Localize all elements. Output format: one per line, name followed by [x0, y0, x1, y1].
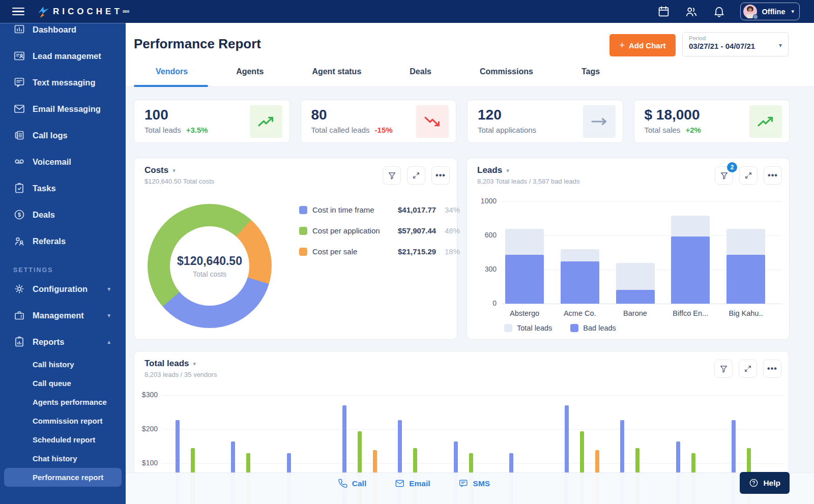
tab-agents[interactable]: Agents	[236, 63, 264, 86]
legend-percent: 18%	[445, 247, 460, 256]
top-navigation-bar: RICOCHET360 Offl	[0, 0, 814, 23]
chevron-down-icon[interactable]: ▾	[172, 167, 176, 174]
more-options-button[interactable]: •••	[431, 166, 450, 185]
bad-leads-bar[interactable]	[726, 255, 765, 304]
sidebar-subitem-label: Agents performance	[33, 398, 107, 406]
legend-item[interactable]: Cost per sale $21,715.29 18%	[299, 241, 460, 262]
legend-swatch	[299, 227, 307, 235]
id-card-icon	[13, 50, 25, 62]
sidebar-item-reports[interactable]: Reports ▴	[0, 329, 126, 355]
legend-swatch	[504, 324, 512, 332]
total-leads-bar[interactable]	[561, 249, 599, 304]
chevron-down-icon[interactable]: ▾	[193, 361, 196, 367]
total-leads-bar[interactable]	[505, 229, 544, 304]
tab-deals[interactable]: Deals	[410, 63, 431, 86]
notifications-bell-icon[interactable]	[713, 5, 725, 18]
user-status-dropdown[interactable]: Offline ▾	[740, 3, 800, 20]
more-options-button[interactable]: •••	[764, 166, 782, 185]
sidebar-item-label: Call logs	[33, 131, 68, 140]
sidebar-item-call-logs[interactable]: Call logs	[0, 122, 126, 149]
sidebar-item-configuration[interactable]: Configuration ▾	[0, 276, 126, 302]
panel-title[interactable]: Costs	[144, 165, 168, 175]
kpi-label: Total called leads	[311, 126, 370, 134]
sidebar-subitem-commission-report[interactable]: Commission report	[0, 411, 126, 430]
plus-icon: +	[619, 40, 625, 51]
sms-button[interactable]: SMS	[459, 479, 490, 488]
kpi-label: Total leads	[144, 126, 181, 134]
kpi-cards-row: 100 Total leads+3.5% 80 Total called lea…	[134, 100, 790, 143]
filter-button[interactable]	[383, 166, 401, 185]
tab-commissions[interactable]: Commissions	[480, 63, 533, 86]
sidebar-subitem-call-queue[interactable]: Call queue	[0, 374, 126, 393]
add-chart-button[interactable]: + Add Chart	[609, 34, 676, 56]
total-leads-bar[interactable]	[616, 263, 655, 304]
panel-subtitle: 8,203 Total leads / 3,587 bad leads	[477, 177, 579, 185]
panel-title[interactable]: Leads	[477, 165, 502, 175]
legend-item[interactable]: Total leads	[504, 324, 552, 332]
page-header: Performance Report + Add Chart Period 03…	[126, 23, 814, 87]
svg-text:$: $	[18, 212, 21, 218]
sidebar-item-label: Dashboard	[33, 25, 76, 35]
sidebar-item-deals[interactable]: $ Deals	[0, 201, 126, 228]
bad-leads-bar[interactable]	[561, 261, 599, 304]
bad-leads-bar[interactable]	[505, 255, 544, 304]
email-label: Email	[409, 479, 430, 488]
hamburger-menu-icon[interactable]	[12, 8, 24, 16]
period-selector[interactable]: Period 03/27/21 - 04/07/21 ▾	[682, 32, 789, 56]
panel-title[interactable]: Total leads	[144, 359, 189, 369]
call-button[interactable]: Call	[338, 479, 366, 488]
tab-agent-status[interactable]: Agent status	[312, 63, 361, 86]
help-button[interactable]: Help	[740, 472, 790, 494]
sidebar-item-voicemail[interactable]: Voicemail	[0, 149, 126, 175]
chevron-down-icon: ▾	[107, 286, 110, 292]
filter-button[interactable]	[714, 360, 733, 378]
panel-subtitle: $120,640.50 Total costs	[144, 177, 214, 185]
sidebar-item-label: Management	[33, 311, 84, 320]
kpi-card-total-sales: $ 18,000 Total sales+2%	[634, 100, 790, 143]
legend-item[interactable]: Cost in time frame $41,017.77 34%	[299, 199, 460, 220]
chevron-down-icon[interactable]: ▾	[506, 167, 509, 174]
legend-item[interactable]: Bad leads	[570, 324, 616, 332]
calendar-icon[interactable]	[657, 5, 670, 18]
brand-name: RICOCHET	[53, 7, 123, 17]
sidebar-item-lead-management[interactable]: Lead managemet	[0, 43, 126, 69]
email-button[interactable]: Email	[395, 479, 430, 488]
sidebar-item-dashboard[interactable]: Dashboard	[0, 23, 126, 43]
costs-donut-chart[interactable]: $120,640.50 Total costs	[148, 204, 272, 328]
avatar	[743, 5, 757, 18]
brand-logo[interactable]: RICOCHET360	[36, 5, 129, 19]
sidebar-item-email-messaging[interactable]: Email Messaging	[0, 96, 126, 122]
expand-button[interactable]	[407, 166, 425, 185]
bad-leads-bar[interactable]	[616, 290, 655, 304]
sidebar-item-tasks[interactable]: Tasks	[0, 175, 126, 201]
more-options-button[interactable]: •••	[763, 360, 781, 378]
briefcase-icon	[13, 309, 25, 321]
total-leads-bar[interactable]	[671, 216, 710, 304]
tab-tags[interactable]: Tags	[582, 63, 600, 86]
expand-button[interactable]	[739, 360, 757, 378]
sidebar-item-referals[interactable]: Referals	[0, 228, 126, 254]
voicemail-icon	[13, 156, 25, 168]
footer-action-bar: Call Email SMS Help	[126, 472, 814, 504]
report-clipboard-icon	[13, 336, 25, 348]
sidebar-item-management[interactable]: Management ▾	[0, 302, 126, 329]
users-icon[interactable]	[685, 5, 698, 18]
bad-leads-bar[interactable]	[671, 236, 710, 304]
legend-label: Cost in time frame	[312, 205, 398, 214]
expand-button[interactable]	[739, 166, 758, 185]
report-tabs: Vendors Agents Agent status Deals Commis…	[134, 63, 814, 86]
y-axis-tick-label: 600	[470, 231, 497, 239]
sidebar-subitem-call-history[interactable]: Call history	[0, 355, 126, 374]
tab-vendors[interactable]: Vendors	[156, 63, 188, 86]
filter-button[interactable]: 2	[715, 166, 733, 185]
sidebar-subitem-scheduled-report[interactable]: Scheduled report	[0, 430, 126, 449]
leads-chart-legend: Total leadsBad leads	[504, 324, 616, 332]
sidebar-item-text-messaging[interactable]: Text messaging	[0, 69, 126, 96]
chevron-down-icon: ▾	[779, 42, 782, 49]
sidebar-subitem-chat-history[interactable]: Chat history	[0, 449, 126, 468]
sidebar-subitem-performance-report[interactable]: Performance report	[4, 468, 122, 487]
sidebar-subitem-agents-performance[interactable]: Agents performance	[0, 393, 126, 411]
total-leads-bar[interactable]	[726, 229, 765, 304]
legend-item[interactable]: Cost per application $57,907.44 48%	[299, 220, 460, 241]
kpi-delta: +2%	[685, 126, 701, 134]
